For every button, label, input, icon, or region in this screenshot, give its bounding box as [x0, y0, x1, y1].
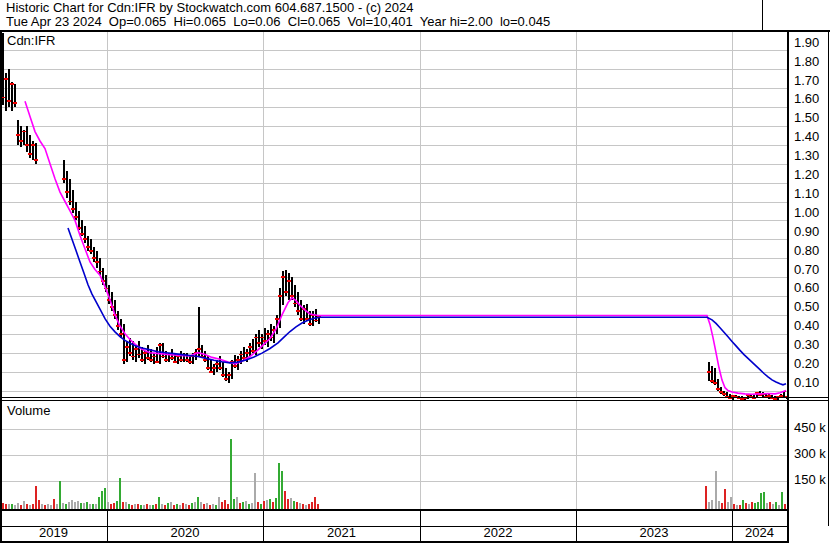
year-label: 2024: [745, 525, 774, 540]
price-tick-label: 0.70: [794, 262, 819, 277]
volume-tick-label: 300 k: [794, 446, 826, 461]
price-tick-label: 1.00: [794, 205, 819, 220]
price-tick-label: 0.50: [794, 299, 819, 314]
volume-axis-labels: 450 k300 k150 k: [794, 420, 826, 487]
price-tick-label: 0.60: [794, 280, 819, 295]
volume-tick-label: 450 k: [794, 420, 826, 435]
year-label: 2023: [640, 525, 669, 540]
price-tick-label: 0.80: [794, 243, 819, 258]
price-tick-label: 1.50: [794, 110, 819, 125]
price-tick-label: 0.40: [794, 318, 819, 333]
price-tick-label: 0.20: [794, 356, 819, 371]
year-label: 2019: [39, 525, 68, 540]
chart-canvas: 1.901.801.701.601.501.401.301.201.101.00…: [0, 0, 830, 543]
volume-pane-label: Volume: [6, 403, 51, 418]
stockwatch-chart-window: 1.901.801.701.601.501.401.301.201.101.00…: [0, 0, 830, 543]
price-tick-label: 1.80: [794, 54, 819, 69]
price-tick-label: 1.70: [794, 73, 819, 88]
year-label: 2020: [171, 525, 200, 540]
year-label: 2022: [484, 525, 513, 540]
chart-header: Historic Chart for Cdn:IFR by Stockwatch…: [0, 0, 762, 30]
price-tick-label: 0.10: [794, 375, 819, 390]
price-tick-label: 1.60: [794, 91, 819, 106]
price-tick-label: 1.20: [794, 167, 819, 182]
header-title: Historic Chart for Cdn:IFR by Stockwatch…: [6, 1, 414, 15]
header-quote-line: Tue Apr 23 2024 Op=0.065 Hi=0.065 Lo=0.0…: [6, 15, 550, 29]
price-tick-label: 1.40: [794, 129, 819, 144]
price-tick-label: 1.30: [794, 148, 819, 163]
symbol-label: Cdn:IFR: [6, 33, 56, 48]
price-tick-label: 1.10: [794, 186, 819, 201]
year-label: 2021: [327, 525, 356, 540]
price-tick-label: 0.90: [794, 224, 819, 239]
price-tick-label: 0.30: [794, 337, 819, 352]
volume-tick-label: 150 k: [794, 472, 826, 487]
price-tick-label: 1.90: [794, 35, 819, 50]
